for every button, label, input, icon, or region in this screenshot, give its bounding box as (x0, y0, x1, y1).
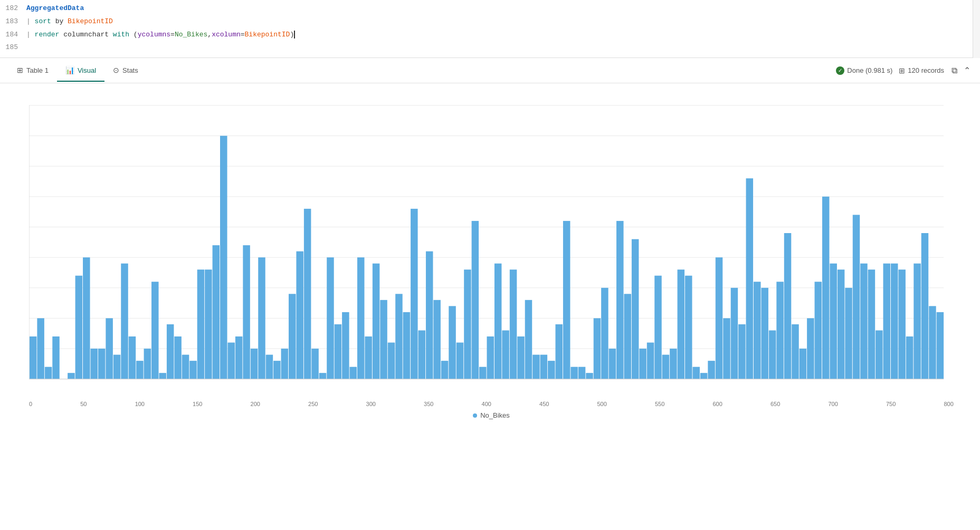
bar[interactable] (75, 276, 82, 379)
bar[interactable] (601, 288, 608, 379)
bar[interactable] (159, 373, 166, 379)
bar[interactable] (441, 361, 448, 379)
bar[interactable] (914, 264, 920, 379)
bar[interactable] (632, 239, 639, 379)
bar[interactable] (883, 264, 890, 379)
bar[interactable] (273, 361, 280, 379)
bar[interactable] (144, 349, 151, 379)
bar[interactable] (800, 349, 806, 379)
bar[interactable] (517, 336, 524, 379)
bar[interactable] (860, 264, 867, 379)
bar[interactable] (395, 294, 402, 379)
bar[interactable] (129, 336, 136, 379)
bar[interactable] (776, 282, 783, 379)
bar[interactable] (151, 282, 158, 379)
bar[interactable] (731, 288, 738, 379)
bar[interactable] (738, 324, 745, 379)
bar[interactable] (251, 349, 258, 379)
tab-visual[interactable]: 📊 Visual (57, 60, 104, 82)
copy-button[interactable]: ⧉ (950, 65, 958, 76)
bar[interactable] (540, 355, 547, 379)
scrollbar[interactable] (973, 0, 980, 58)
bar[interactable] (532, 355, 539, 379)
bar[interactable] (205, 269, 212, 379)
bar[interactable] (319, 373, 326, 379)
bar[interactable] (113, 355, 120, 379)
bar[interactable] (403, 312, 410, 379)
bar[interactable] (906, 336, 913, 379)
bar[interactable] (311, 349, 318, 379)
bar[interactable] (807, 318, 814, 379)
bar[interactable] (876, 330, 882, 379)
bar[interactable] (746, 178, 753, 379)
bar[interactable] (548, 361, 555, 379)
bar[interactable] (838, 269, 844, 379)
bar[interactable] (258, 257, 265, 379)
bar[interactable] (868, 269, 875, 379)
bar[interactable] (570, 367, 577, 379)
bar[interactable] (30, 336, 36, 379)
bar[interactable] (830, 264, 836, 379)
bar[interactable] (685, 276, 692, 379)
bar[interactable] (45, 367, 52, 379)
bar[interactable] (174, 336, 181, 379)
bar[interactable] (586, 373, 593, 379)
bar[interactable] (510, 269, 517, 379)
bar[interactable] (502, 330, 509, 379)
bar[interactable] (52, 336, 59, 379)
bar[interactable] (487, 336, 494, 379)
bar[interactable] (426, 252, 433, 379)
bar[interactable] (563, 221, 570, 379)
bar[interactable] (418, 330, 425, 379)
bar[interactable] (853, 215, 860, 379)
bar[interactable] (639, 349, 646, 379)
bar[interactable] (578, 367, 585, 379)
bar[interactable] (433, 300, 440, 379)
bar[interactable] (654, 276, 661, 379)
bar[interactable] (624, 294, 631, 379)
bar[interactable] (692, 367, 699, 379)
bar[interactable] (189, 361, 196, 379)
bar[interactable] (815, 282, 822, 379)
bar[interactable] (822, 197, 829, 379)
bar[interactable] (898, 269, 905, 379)
bar[interactable] (769, 330, 776, 379)
bar[interactable] (281, 349, 288, 379)
bar[interactable] (464, 269, 471, 379)
bar[interactable] (449, 306, 455, 379)
bar[interactable] (723, 318, 730, 379)
bar[interactable] (182, 355, 189, 379)
bar[interactable] (937, 312, 944, 379)
bar[interactable] (845, 288, 852, 379)
bar[interactable] (525, 300, 532, 379)
bar[interactable] (555, 324, 562, 379)
bar[interactable] (121, 264, 128, 379)
bar[interactable] (98, 349, 105, 379)
bar[interactable] (365, 336, 372, 379)
bar[interactable] (716, 257, 722, 379)
bar[interactable] (235, 336, 242, 379)
bar[interactable] (167, 324, 174, 379)
bar[interactable] (700, 373, 707, 379)
bar[interactable] (929, 306, 936, 379)
bar[interactable] (647, 343, 654, 379)
bar[interactable] (266, 355, 273, 379)
bar[interactable] (380, 300, 387, 379)
bar[interactable] (921, 233, 928, 379)
bar[interactable] (411, 209, 417, 379)
bar[interactable] (304, 209, 311, 379)
bar[interactable] (761, 288, 768, 379)
bar[interactable] (388, 343, 395, 379)
bar[interactable] (678, 269, 684, 379)
bar[interactable] (335, 324, 341, 379)
bar[interactable] (754, 282, 760, 379)
bar[interactable] (594, 318, 601, 379)
bar[interactable] (670, 349, 677, 379)
bar[interactable] (227, 343, 234, 379)
bar[interactable] (68, 373, 74, 379)
bar[interactable] (479, 367, 486, 379)
bar[interactable] (350, 367, 357, 379)
bar[interactable] (106, 318, 112, 379)
bar[interactable] (373, 264, 379, 379)
bar[interactable] (472, 221, 479, 379)
